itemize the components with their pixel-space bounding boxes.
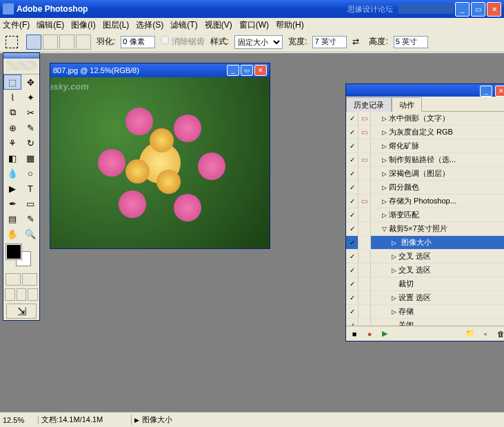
- gradient-tool[interactable]: ▦: [21, 150, 39, 166]
- lasso-tool[interactable]: ⌇: [3, 90, 21, 105]
- slice-tool[interactable]: ✂: [21, 105, 39, 120]
- notes-tool[interactable]: ▤: [3, 211, 21, 226]
- menu-window[interactable]: 窗口(W): [239, 19, 269, 31]
- action-row[interactable]: ✓ 关闭: [346, 319, 504, 326]
- hand-tool[interactable]: ✋: [3, 226, 21, 241]
- expand-icon[interactable]: ▷: [382, 184, 389, 191]
- panel-titlebar[interactable]: _ ✕: [346, 84, 504, 97]
- zoom-field[interactable]: 12.5%: [0, 416, 39, 424]
- action-row[interactable]: ✓▷ 图像大小: [346, 236, 504, 250]
- action-row[interactable]: ✓▷ 熔化矿脉: [346, 139, 504, 153]
- width-input[interactable]: [312, 36, 347, 48]
- doc-maximize-button[interactable]: ▭: [241, 65, 253, 76]
- panel-close-button[interactable]: ✕: [495, 86, 504, 97]
- feather-input[interactable]: [121, 36, 155, 48]
- record-button[interactable]: ●: [364, 328, 375, 339]
- dialog-toggle[interactable]: [359, 139, 371, 152]
- menu-filter[interactable]: 滤镜(T): [170, 19, 197, 31]
- menu-layer[interactable]: 图层(L): [103, 19, 130, 31]
- dialog-toggle[interactable]: [359, 305, 371, 318]
- action-label[interactable]: ▷ 交叉 选区: [371, 265, 504, 275]
- dialog-toggle[interactable]: [359, 291, 371, 304]
- toolbox[interactable]: ⬚ ✥ ⌇ ✦ ⧉ ✂ ⊕ ✎ ⚘ ↻ ◧ ▦ 💧 ○ ▶ T ✒ ▭ ▤ ✎ …: [3, 52, 40, 321]
- dodge-tool[interactable]: ○: [21, 166, 39, 181]
- swap-dimensions-icon[interactable]: ⇄: [352, 37, 363, 48]
- expand-icon[interactable]: ▷: [392, 239, 399, 246]
- expand-icon[interactable]: ▷: [392, 253, 399, 260]
- imageready-button[interactable]: ⇲: [6, 304, 37, 319]
- action-label[interactable]: ▷ 交叉 选区: [371, 251, 504, 261]
- height-input[interactable]: [394, 36, 428, 48]
- action-row[interactable]: ✓▷ 交叉 选区: [346, 264, 504, 277]
- action-row[interactable]: ✓▭▷ 为灰度自定义 RGB: [346, 126, 504, 139]
- selection-subtract[interactable]: [59, 34, 74, 50]
- screen-full[interactable]: [28, 288, 38, 301]
- selection-new[interactable]: [26, 34, 41, 50]
- expand-icon[interactable]: ▷: [382, 143, 389, 150]
- expand-icon[interactable]: ▷: [382, 157, 389, 163]
- maximize-button[interactable]: ▭: [471, 2, 485, 17]
- expand-icon[interactable]: ▷: [382, 115, 389, 122]
- selection-add[interactable]: [43, 34, 58, 50]
- marquee-tool[interactable]: ⬚: [3, 75, 21, 90]
- document-titlebar[interactable]: 807.jpg @ 12.5%(RGB/8) _ ▭ ✕: [50, 63, 270, 77]
- stop-button[interactable]: ■: [349, 328, 360, 339]
- quickmask-mode[interactable]: [22, 273, 37, 286]
- standard-mode[interactable]: [6, 273, 21, 286]
- document-window[interactable]: 807.jpg @ 12.5%(RGB/8) _ ▭ ✕ Soft.Yesky.…: [50, 63, 270, 249]
- expand-icon[interactable]: ▷: [392, 308, 399, 315]
- crop-tool[interactable]: ⧉: [3, 105, 21, 120]
- toggle-checkbox[interactable]: ✓: [346, 139, 359, 152]
- expand-icon[interactable]: ▷: [382, 198, 389, 205]
- eyedropper-tool[interactable]: ✎: [21, 211, 39, 226]
- toggle-checkbox[interactable]: ✓: [346, 305, 359, 318]
- menu-edit[interactable]: 编辑(E): [37, 19, 64, 31]
- play-button[interactable]: ▶: [379, 328, 390, 339]
- toggle-checkbox[interactable]: ✓: [346, 236, 359, 249]
- action-row[interactable]: ✓▷ 交叉 选区: [346, 250, 504, 264]
- type-tool[interactable]: T: [21, 181, 39, 196]
- collapse-icon[interactable]: ▽: [382, 226, 389, 232]
- toggle-checkbox[interactable]: ✓: [346, 277, 359, 290]
- healing-tool[interactable]: ⊕: [3, 120, 21, 135]
- toggle-checkbox[interactable]: ✓: [346, 126, 359, 139]
- action-label[interactable]: ▷ 存储为 Photoshop...: [371, 196, 504, 206]
- menu-view[interactable]: 视图(V): [205, 19, 232, 31]
- action-label[interactable]: 关闭: [371, 320, 504, 326]
- foreground-color[interactable]: [6, 244, 21, 259]
- action-label[interactable]: ▷ 水中倒影（文字）: [371, 113, 504, 123]
- expand-icon[interactable]: ▷: [382, 212, 389, 219]
- new-action-button[interactable]: ▫: [480, 328, 491, 339]
- minimize-button[interactable]: _: [455, 2, 470, 17]
- selection-intersect[interactable]: [76, 34, 91, 50]
- toggle-checkbox[interactable]: ✓: [346, 291, 359, 304]
- doc-close-button[interactable]: ✕: [254, 65, 267, 76]
- tab-actions[interactable]: 动作: [392, 97, 422, 112]
- tab-history[interactable]: 历史记录: [346, 97, 392, 112]
- dialog-toggle[interactable]: ▭: [359, 126, 371, 139]
- toolbox-titlebar[interactable]: [3, 53, 39, 59]
- delete-button[interactable]: 🗑: [495, 328, 504, 339]
- eraser-tool[interactable]: ◧: [3, 150, 21, 166]
- zoom-tool[interactable]: 🔍: [21, 226, 39, 241]
- pen-tool[interactable]: ✒: [3, 196, 21, 211]
- action-row[interactable]: ✓▷ 四分颜色: [346, 181, 504, 195]
- action-row[interactable]: ✓▷ 深褐色调（图层）: [346, 167, 504, 181]
- dialog-toggle[interactable]: [359, 319, 371, 326]
- dialog-toggle[interactable]: [359, 167, 371, 180]
- toggle-checkbox[interactable]: ✓: [346, 250, 359, 263]
- action-label[interactable]: ▷ 为灰度自定义 RGB: [371, 127, 504, 137]
- status-info[interactable]: 图像大小: [132, 415, 175, 425]
- dialog-toggle[interactable]: ▭: [359, 153, 371, 166]
- blur-tool[interactable]: 💧: [3, 166, 21, 181]
- action-row[interactable]: ✓▷ 存储: [346, 305, 504, 319]
- dialog-toggle[interactable]: [359, 208, 371, 221]
- actions-list[interactable]: ✓▭▷ 水中倒影（文字）✓▭▷ 为灰度自定义 RGB✓▷ 熔化矿脉✓▭▷ 制作剪…: [346, 112, 504, 326]
- action-row[interactable]: ✓▷ 渐变匹配: [346, 208, 504, 222]
- dialog-toggle[interactable]: [359, 250, 371, 263]
- action-label[interactable]: ▷ 设置 选区: [371, 292, 504, 303]
- shape-tool[interactable]: ▭: [21, 196, 39, 211]
- action-label[interactable]: ▽ 裁剪5×7英寸照片: [371, 224, 504, 234]
- action-row[interactable]: ✓▭▷ 制作剪贴路径（选...: [346, 153, 504, 167]
- toggle-checkbox[interactable]: ✓: [346, 264, 359, 277]
